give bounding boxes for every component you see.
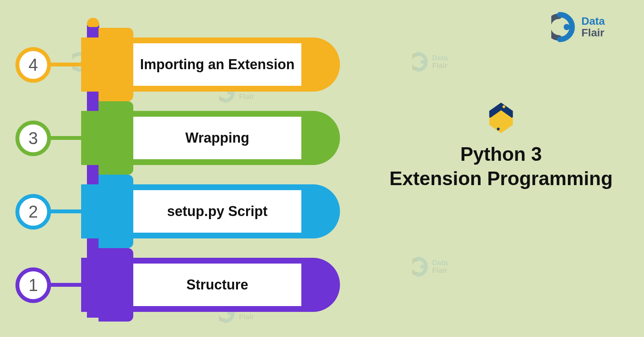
page-title-line2: Extension Programming (389, 168, 613, 189)
page-title-block: Python 3 Extension Programming (381, 100, 621, 191)
step-number-wrap: 4 (15, 47, 93, 82)
svg-point-18 (564, 24, 570, 30)
step-number: 1 (29, 276, 38, 295)
step-number-circle: 4 (15, 47, 51, 83)
page-title: Python 3 Extension Programming (381, 142, 621, 191)
svg-text:Flair: Flair (432, 266, 447, 274)
step-label: Structure (133, 264, 301, 306)
step-connector (46, 209, 89, 213)
step-connector (46, 136, 89, 140)
page-title-line1: Python 3 (460, 143, 542, 165)
step-number-circle: 3 (15, 121, 51, 156)
step-label-text: setup.py Script (167, 203, 267, 219)
svg-point-20 (497, 128, 500, 130)
watermark: Data Flair (412, 51, 461, 72)
step-connector (46, 63, 89, 66)
python-logo-icon (484, 100, 518, 135)
step-number-wrap: 2 (15, 194, 93, 229)
watermark: Data Flair (412, 256, 461, 277)
brand-text-1: Data (581, 15, 605, 27)
step-number-wrap: 3 (15, 121, 93, 155)
svg-text:Flair: Flair (239, 92, 254, 100)
svg-text:Data: Data (432, 259, 448, 267)
step-label-text: Importing an Extension (140, 56, 294, 72)
step-number: 2 (29, 202, 38, 221)
step-number-wrap: 1 (15, 267, 93, 302)
step-label-text: Wrapping (185, 130, 249, 146)
diagram-spine-cap (87, 18, 99, 27)
svg-point-15 (420, 265, 425, 269)
step-number: 4 (29, 55, 38, 75)
svg-text:Flair: Flair (432, 61, 447, 70)
svg-point-19 (503, 106, 505, 108)
svg-text:Flair: Flair (239, 313, 254, 321)
step-number-circle: 2 (15, 194, 51, 230)
step-number: 3 (29, 129, 38, 148)
brand-text-2: Flair (581, 27, 604, 39)
step-label: Wrapping (133, 117, 301, 159)
svg-point-6 (420, 60, 425, 64)
step-connector (46, 283, 89, 287)
dataflair-logo: Data Flair (551, 12, 625, 44)
step-label: setup.py Script (133, 190, 301, 233)
step-number-circle: 1 (15, 267, 51, 303)
dataflair-logo-icon: Data Flair (551, 12, 625, 43)
step-label: Importing an Extension (133, 43, 301, 86)
step-label-text: Structure (186, 277, 248, 293)
svg-text:Data: Data (432, 54, 448, 62)
